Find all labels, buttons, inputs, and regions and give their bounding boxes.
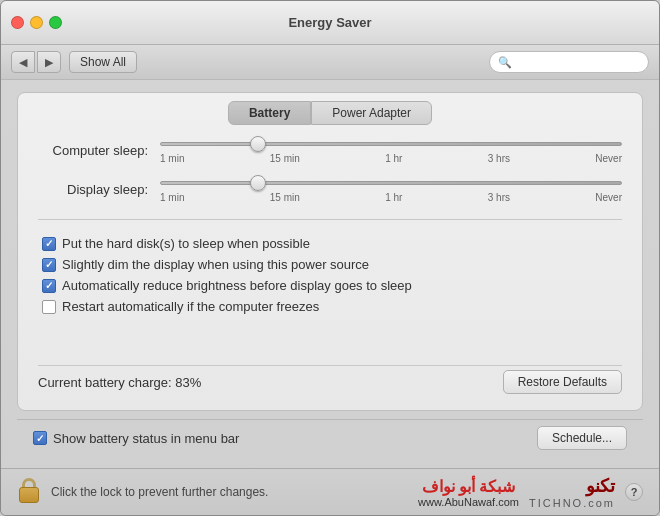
tichno-latin: TICHNO.com: [529, 497, 615, 509]
checkbox-brightness[interactable]: [42, 279, 56, 293]
show-battery-label: Show battery status in menu bar: [53, 431, 239, 446]
tichno-watermark: تكنو TICHNO.com: [529, 475, 615, 509]
display-sleep-track[interactable]: [160, 176, 622, 190]
checkbox-hd-sleep[interactable]: [42, 237, 56, 251]
display-sleep-ticks: 1 min 15 min 1 hr 3 hrs Never: [160, 192, 622, 203]
tichno-arabic: تكنو: [586, 475, 615, 497]
tab-power-adapter[interactable]: Power Adapter: [311, 101, 432, 125]
display-sleep-label: Display sleep:: [38, 182, 148, 197]
window-title: Energy Saver: [288, 15, 371, 30]
tick-1hr-cs: 1 hr: [385, 153, 402, 164]
checkbox-label-restart: Restart automatically if the computer fr…: [62, 299, 319, 314]
computer-sleep-label: Computer sleep:: [38, 143, 148, 158]
watermark-url: www.AbuNawaf.com: [418, 496, 519, 508]
lock-text: Click the lock to prevent further change…: [51, 485, 408, 499]
restore-defaults-button[interactable]: Restore Defaults: [503, 370, 622, 394]
tick-1min-ds: 1 min: [160, 192, 184, 203]
computer-sleep-bg: [160, 142, 622, 146]
battery-charge-text: Current battery charge: 83%: [38, 375, 201, 390]
checkboxes: Put the hard disk(s) to sleep when possi…: [38, 236, 622, 314]
tick-3hrs-ds: 3 hrs: [488, 192, 510, 203]
watermark: شبكة أبو نواف www.AbuNawaf.com: [418, 477, 519, 508]
tabs-row: Battery Power Adapter: [18, 93, 642, 125]
titlebar: Energy Saver: [1, 1, 659, 45]
display-sleep-slider-container: 1 min 15 min 1 hr 3 hrs Never: [160, 176, 622, 203]
checkbox-row-restart: Restart automatically if the computer fr…: [42, 299, 622, 314]
checkbox-label-hd-sleep: Put the hard disk(s) to sleep when possi…: [62, 236, 310, 251]
tick-1min-cs: 1 min: [160, 153, 184, 164]
tick-15min-ds: 15 min: [270, 192, 300, 203]
schedule-button[interactable]: Schedule...: [537, 426, 627, 450]
checkbox-row-brightness: Automatically reduce brightness before d…: [42, 278, 622, 293]
display-sleep-thumb[interactable]: [250, 175, 266, 191]
search-icon: 🔍: [498, 56, 512, 69]
tab-battery[interactable]: Battery: [228, 101, 311, 125]
tick-15min-cs: 15 min: [270, 153, 300, 164]
divider-1: [38, 219, 622, 220]
show-all-button[interactable]: Show All: [69, 51, 137, 73]
help-button[interactable]: ?: [625, 483, 643, 501]
search-input[interactable]: [516, 55, 640, 69]
settings-panel: Battery Power Adapter Computer sleep:: [17, 92, 643, 411]
lock-body: [19, 487, 39, 503]
display-sleep-row: Display sleep: 1 min 15 min 1 hr 3 hrs: [38, 176, 622, 203]
computer-sleep-slider-container: 1 min 15 min 1 hr 3 hrs Never: [160, 137, 622, 164]
close-button[interactable]: [11, 16, 24, 29]
tick-3hrs-cs: 3 hrs: [488, 153, 510, 164]
computer-sleep-row: Computer sleep: 1 min 15 min 1 hr 3 hrs: [38, 137, 622, 164]
checkbox-label-brightness: Automatically reduce brightness before d…: [62, 278, 412, 293]
computer-sleep-ticks: 1 min 15 min 1 hr 3 hrs Never: [160, 153, 622, 164]
computer-sleep-thumb[interactable]: [250, 136, 266, 152]
nav-buttons: ◀ ▶: [11, 51, 61, 73]
checkbox-row-hd-sleep: Put the hard disk(s) to sleep when possi…: [42, 236, 622, 251]
panel-body: Computer sleep: 1 min 15 min 1 hr 3 hrs: [18, 125, 642, 410]
checkbox-dim[interactable]: [42, 258, 56, 272]
toolbar: ◀ ▶ Show All 🔍: [1, 45, 659, 80]
tick-1hr-ds: 1 hr: [385, 192, 402, 203]
lock-icon[interactable]: [17, 478, 41, 506]
checkbox-show-battery[interactable]: [33, 431, 47, 445]
display-sleep-bg: [160, 181, 622, 185]
traffic-lights: [11, 16, 62, 29]
checkbox-row-dim: Slightly dim the display when using this…: [42, 257, 622, 272]
search-box[interactable]: 🔍: [489, 51, 649, 73]
tick-never-cs: Never: [595, 153, 622, 164]
maximize-button[interactable]: [49, 16, 62, 29]
main-content: Battery Power Adapter Computer sleep:: [1, 80, 659, 468]
minimize-button[interactable]: [30, 16, 43, 29]
tick-never-ds: Never: [595, 192, 622, 203]
checkbox-label-dim: Slightly dim the display when using this…: [62, 257, 369, 272]
show-battery-row: Show battery status in menu bar: [33, 431, 239, 446]
watermark-arabic: شبكة أبو نواف: [422, 477, 516, 496]
forward-button[interactable]: ▶: [37, 51, 61, 73]
checkbox-restart[interactable]: [42, 300, 56, 314]
bottom-bar: Show battery status in menu bar Schedule…: [17, 419, 643, 456]
window: Energy Saver ◀ ▶ Show All 🔍 Battery Powe…: [0, 0, 660, 516]
lock-bar: Click the lock to prevent further change…: [1, 468, 659, 515]
computer-sleep-track[interactable]: [160, 137, 622, 151]
battery-bar: Current battery charge: 83% Restore Defa…: [38, 365, 622, 398]
back-button[interactable]: ◀: [11, 51, 35, 73]
